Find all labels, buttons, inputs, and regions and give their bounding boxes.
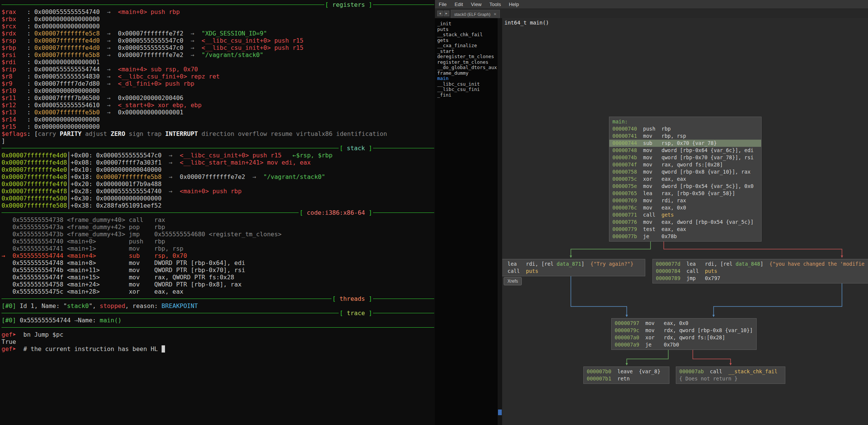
instruction-line: 000007a0 xor rdx, qword fs:[0x28] bbox=[615, 334, 753, 341]
text-segment: [ bbox=[325, 1, 332, 8]
function-list-item-_init[interactable]: _init bbox=[437, 21, 498, 27]
separator-line bbox=[2, 313, 339, 313]
function-list-scrollbar[interactable] bbox=[498, 18, 502, 425]
nav-buttons: ◀▶ bbox=[436, 8, 451, 18]
graph-edge-true bbox=[571, 242, 651, 257]
text-segment: <_dl_fini+0> push rbp bbox=[118, 80, 194, 87]
function-list-item-__libc_csu_init[interactable]: __libc_csu_init bbox=[437, 82, 498, 87]
text-segment: 0x0000000000000001 bbox=[118, 109, 183, 116]
nav-forward-button[interactable]: ▶ bbox=[444, 11, 449, 16]
function-list-item-gets[interactable]: gets bbox=[437, 38, 498, 43]
function-list-item-__cxa_finalize[interactable]: __cxa_finalize bbox=[437, 43, 498, 49]
terminal-line: 0x00007fffffffe4e0│+0x10: 0x000000000004… bbox=[2, 166, 434, 173]
text-segment: : bbox=[27, 73, 34, 80]
text-segment: : 0x0000000000000000 bbox=[27, 15, 100, 23]
section-header-threads: [ threads ] bbox=[2, 295, 434, 302]
text-segment: : bbox=[27, 66, 34, 73]
separator-line bbox=[373, 148, 434, 148]
text-segment: → bbox=[100, 102, 118, 109]
text-segment: : [ bbox=[27, 130, 38, 137]
function-list-item-main[interactable]: main bbox=[437, 76, 498, 82]
text-segment: │+0x20: 0x00000001f7b9a488 bbox=[67, 180, 161, 188]
graph-block-b78b[interactable]: 0000078b lea rdi, [rel data_871] {"Try a… bbox=[502, 259, 645, 276]
text-segment: call bbox=[637, 212, 661, 218]
function-list-item-_start[interactable]: _start bbox=[437, 49, 498, 54]
text-segment: : bbox=[27, 30, 34, 37]
text-segment: 0x555555554758 <main+24> mov QWORD PTR [… bbox=[2, 281, 242, 288]
function-list-item-puts[interactable]: puts bbox=[437, 27, 498, 32]
graph-block-b797[interactable]: 00000797 mov eax, 0x00000079c mov rdx, q… bbox=[611, 318, 757, 350]
text-segment: 00000744 bbox=[612, 140, 637, 146]
text-segment: → bbox=[100, 109, 118, 116]
nav-back-button[interactable]: ◀ bbox=[437, 11, 443, 16]
gef-terminal[interactable]: [ registers ]$rax : 0x0000555555554740 →… bbox=[0, 0, 435, 425]
text-segment bbox=[162, 345, 165, 353]
text-segment: {"Try again?"} bbox=[590, 261, 634, 267]
text-segment: 00000740 bbox=[612, 126, 637, 132]
text-segment: lea rdi, [rel bbox=[502, 261, 557, 267]
text-segment: 0x0000555555554744 bbox=[34, 66, 100, 73]
highlighted-instruction: 00000744 sub rsp, 0x70 {var_78} bbox=[609, 140, 761, 147]
instruction-line: 00000740 push rbp bbox=[612, 125, 758, 132]
close-icon[interactable]: ✕ bbox=[493, 12, 496, 16]
text-segment: mov eax, 0x0 bbox=[637, 205, 686, 211]
graph-block-b77d[interactable]: 0000077d lea rdi, [rel data_848] {"you h… bbox=[652, 259, 868, 283]
text-segment: → bbox=[162, 188, 180, 195]
text-segment: puts bbox=[705, 268, 717, 274]
graph-canvas[interactable]: int64_t main() Xrefs main:00000740 push … bbox=[502, 18, 868, 425]
text-segment: 0x00005555555547c0 bbox=[118, 37, 183, 44]
tab-stack0-elf-graph[interactable]: stack0 (ELF Graph) ✕ bbox=[451, 10, 500, 18]
menu-item-edit[interactable]: Edit bbox=[455, 2, 463, 7]
text-segment: leave {var_8} bbox=[611, 368, 660, 374]
function-list-item-frame_dummy[interactable]: frame_dummy bbox=[437, 71, 498, 76]
text-segment: → bbox=[100, 51, 118, 59]
menu-item-file[interactable]: File bbox=[439, 2, 447, 7]
terminal-line: 0x555555554758 <main+24> mov QWORD PTR [… bbox=[2, 281, 434, 288]
text-segment: [#0] bbox=[2, 317, 16, 324]
text-segment: retn bbox=[611, 376, 630, 382]
function-list-item-register_tm_clones[interactable]: register_tm_clones bbox=[437, 60, 498, 65]
function-list-item-__do_global_dtors_aux[interactable]: __do_global_dtors_aux bbox=[437, 65, 498, 71]
terminal-line: gef➤ bn Jump $pc bbox=[2, 331, 434, 338]
text-segment: 0x00007fffffffe5b8 bbox=[96, 173, 161, 180]
menu-item-view[interactable]: View bbox=[471, 2, 481, 7]
xrefs-button[interactable]: Xrefs bbox=[504, 277, 522, 285]
instruction-line: 00000765 lea rax, [rbp-0x50 {var_58}] bbox=[612, 190, 758, 197]
text-segment: 00000776 bbox=[612, 219, 637, 225]
graph-block-main[interactable]: main:00000740 push rbp00000741 mov rbp, … bbox=[609, 117, 762, 242]
menu-item-tools[interactable]: Tools bbox=[489, 2, 501, 7]
separator-line bbox=[373, 299, 434, 299]
instruction-line: 00000748 mov dword [rbp-0x64 {var_6c}], … bbox=[612, 147, 758, 154]
text-segment: trace bbox=[347, 310, 365, 317]
text-segment: : 0x0000000000000001 bbox=[27, 59, 100, 66]
instruction-line: 00000769 mov rdi, rax bbox=[612, 197, 758, 204]
text-segment: Name: bbox=[78, 317, 100, 324]
text-segment: 0x00007fffffffe7f2 bbox=[118, 30, 183, 37]
function-list-item-deregister_tm_clones[interactable]: deregister_tm_clones bbox=[437, 54, 498, 60]
instruction-line: 000007ab call __stack_chk_fail bbox=[679, 368, 782, 375]
menu-item-help[interactable]: Help bbox=[509, 2, 519, 7]
section-header-stack: [ stack ] bbox=[2, 145, 434, 152]
text-segment: ZERO bbox=[111, 130, 129, 137]
terminal-line: $rbp : 0x00007fffffffe4d0 → 0x0000555555… bbox=[2, 44, 434, 51]
text-segment: mov rdx, qword [rbp-0x8 {var_10}] bbox=[639, 327, 753, 333]
text-segment: 0x00007fffffffe4d0 bbox=[2, 152, 67, 159]
function-list-item-_fini[interactable]: _fini bbox=[437, 92, 498, 98]
text-segment: $eflags bbox=[2, 130, 27, 137]
scrollbar-thumb[interactable] bbox=[498, 410, 502, 415]
text-segment: Id 1, Name: " bbox=[16, 302, 67, 310]
graph-block-b7ab[interactable]: 000007ab call __stack_chk_fail{ Does not… bbox=[676, 366, 785, 384]
text-segment: mov eax, dword [rbp-0x54 {var_5c}] bbox=[637, 219, 754, 225]
graph-block-b7b0[interactable]: 000007b0 leave {var_8}000007b1 retn bbox=[583, 366, 669, 384]
function-list-item-__libc_csu_fini[interactable]: __libc_csu_fini bbox=[437, 87, 498, 92]
terminal-line: $r12 : 0x0000555555554610 → <_start+0> x… bbox=[2, 102, 434, 109]
text-segment: jmp 0x797 bbox=[680, 275, 720, 281]
text-segment: 0x00005555555547c0 bbox=[118, 44, 183, 51]
workspace: _initputs__stack_chk_failgets__cxa_final… bbox=[435, 18, 868, 425]
text-segment: ] bbox=[365, 295, 372, 302]
text-segment: push rbp bbox=[637, 126, 671, 132]
function-list-item-__stack_chk_fail[interactable]: __stack_chk_fail bbox=[437, 32, 498, 38]
text-segment: 0000077d bbox=[656, 261, 680, 267]
text-segment: call bbox=[502, 268, 526, 274]
text-segment: $r9 bbox=[2, 80, 27, 87]
